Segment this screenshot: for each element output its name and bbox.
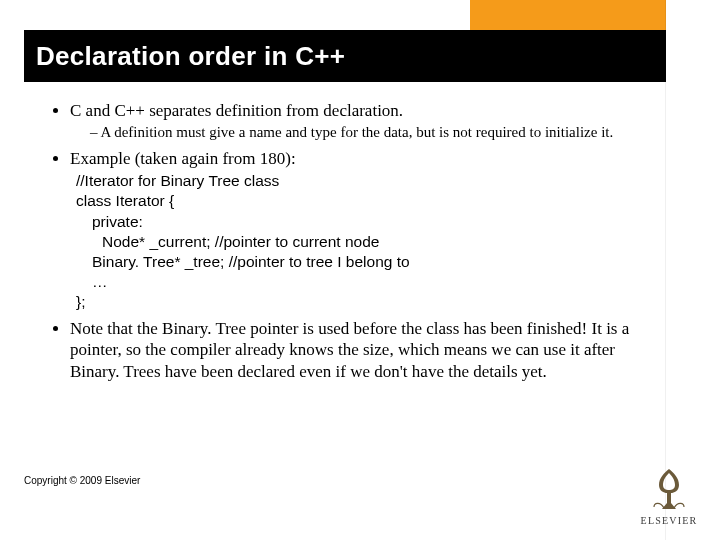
elsevier-logo: ELSEVIER bbox=[634, 463, 704, 526]
copyright-text: Copyright © 2009 Elsevier bbox=[24, 475, 140, 486]
elsevier-logo-label: ELSEVIER bbox=[634, 515, 704, 526]
bullet-list: C and C++ separates definition from decl… bbox=[48, 100, 660, 382]
title-bar: Declaration order in C++ bbox=[24, 30, 666, 82]
code-line-2: class Iterator { bbox=[70, 191, 660, 211]
slide-content: C and C++ separates definition from decl… bbox=[48, 100, 660, 388]
code-line-7: }; bbox=[70, 292, 660, 312]
code-line-6: … bbox=[70, 272, 660, 292]
code-line-3: private: bbox=[70, 212, 660, 232]
code-line-1: //Iterator for Binary Tree class bbox=[70, 171, 660, 191]
bullet-1: C and C++ separates definition from decl… bbox=[70, 100, 660, 142]
bullet-1-sub: A definition must give a name and type f… bbox=[90, 123, 660, 142]
code-line-4: Node* _current; //pointer to current nod… bbox=[70, 232, 660, 252]
bullet-2: Example (taken again from 180): //Iterat… bbox=[70, 148, 660, 312]
bullet-2-text: Example (taken again from 180): bbox=[70, 149, 296, 168]
header-accent-block bbox=[470, 0, 666, 30]
bullet-3: Note that the Binary. Tree pointer is us… bbox=[70, 318, 660, 382]
slide-title: Declaration order in C++ bbox=[36, 41, 345, 72]
bullet-1-text: C and C++ separates definition from decl… bbox=[70, 101, 403, 120]
code-block: //Iterator for Binary Tree class class I… bbox=[70, 171, 660, 312]
code-line-5: Binary. Tree* _tree; //pointer to tree I… bbox=[70, 252, 660, 272]
bullet-1-sublist: A definition must give a name and type f… bbox=[70, 123, 660, 142]
elsevier-tree-icon bbox=[644, 463, 694, 513]
